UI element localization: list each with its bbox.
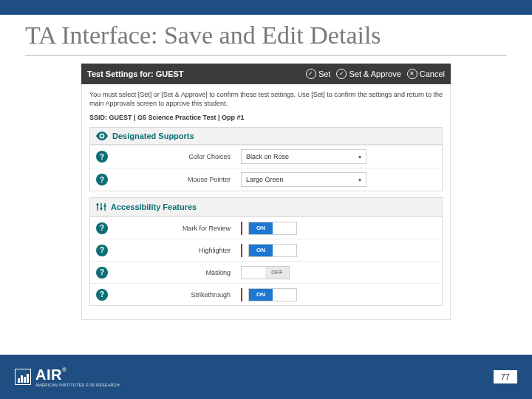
row-label: Mark for Review [115,225,241,232]
designated-heading: Designated Supports [112,132,194,140]
svg-rect-4 [97,204,99,205]
svg-point-0 [100,135,103,138]
panel-title: Test Settings for: GUEST [87,69,306,78]
accessibility-features-section: Accessibility Features ? Mark for Review… [89,197,443,306]
designated-supports-section: Designated Supports ? Color Choices Blac… [89,127,443,191]
check-icon: ✓ [306,69,316,79]
help-icon[interactable]: ? [96,267,108,279]
slide: TA Interface: Save and Edit Details Test… [0,0,532,399]
page-number: 77 [494,370,517,383]
help-icon[interactable]: ? [96,289,108,301]
chevron-down-icon: ▾ [358,177,361,183]
set-approve-button[interactable]: ✓ Set & Approve [336,69,400,79]
help-icon[interactable]: ? [96,222,108,234]
row-strikethrough: ? Strikethrough ON [90,283,442,305]
set-button[interactable]: ✓ Set [306,69,331,79]
instructions-text: You must select [Set] or [Set & Approve]… [89,90,443,108]
logo-mark-icon [15,369,31,385]
logo-trademark: ® [62,366,66,373]
accessibility-features-header: Accessibility Features [90,198,442,216]
masking-toggle[interactable]: OFF [241,266,290,279]
row-color-choices: ? Color Choices Black on Rose ▾ [90,145,442,168]
set-approve-label: Set & Approve [349,69,400,78]
row-masking: ? Masking OFF [90,261,442,283]
panel-header: Test Settings for: GUEST ✓ Set ✓ Set & A… [81,64,451,84]
toggle-blank [273,222,296,234]
dropdown-value: Large Green [246,176,284,183]
cancel-label: Cancel [420,69,445,78]
cancel-button[interactable]: ✕ Cancel [407,69,445,79]
eye-icon [96,132,108,140]
row-mouse-pointer: ? Mouse Pointer Large Green ▾ [90,168,442,191]
row-label: Highlighter [115,247,241,254]
logo-text: AIR [35,366,62,383]
check-icon: ✓ [336,69,347,79]
divider-icon [241,244,242,257]
svg-rect-6 [104,205,106,207]
highlighter-toggle[interactable]: ON [248,244,297,257]
chevron-down-icon: ▾ [358,154,361,160]
sliders-icon [96,202,106,212]
row-mark-for-review: ? Mark for Review ON [90,216,442,239]
panel-body: You must select [Set] or [Set & Approve]… [81,84,451,320]
designated-supports-header: Designated Supports [90,128,442,145]
help-icon[interactable]: ? [96,174,108,185]
set-label: Set [318,69,331,78]
row-label: Strikethrough [115,291,241,299]
row-label: Color Choices [115,153,241,160]
mouse-pointer-dropdown[interactable]: Large Green ▾ [241,172,366,187]
toggle-blank [242,267,265,279]
air-logo: AIR® AMERICAN INSTITUTES FOR RESEARCH [15,367,120,387]
toggle-on: ON [249,222,273,234]
row-label: Mouse Pointer [115,176,241,183]
toggle-blank [273,289,296,301]
color-choices-dropdown[interactable]: Black on Rose ▾ [241,149,366,164]
dropdown-value: Black on Rose [246,153,289,160]
row-label: Masking [115,269,241,276]
footer: AIR® AMERICAN INSTITUTES FOR RESEARCH 77 [0,355,532,399]
close-icon: ✕ [407,69,417,79]
strikethrough-toggle[interactable]: ON [248,288,297,301]
divider-icon [241,222,242,235]
toggle-off: OFF [265,267,289,279]
logo-subtext: AMERICAN INSTITUTES FOR RESEARCH [35,383,120,387]
settings-panel: Test Settings for: GUEST ✓ Set ✓ Set & A… [81,64,451,320]
title-separator [25,55,507,56]
panel-actions: ✓ Set ✓ Set & Approve ✕ Cancel [306,69,445,79]
slide-title: TA Interface: Save and Edit Details [0,15,532,54]
toggle-on: ON [249,289,273,301]
accessibility-heading: Accessibility Features [111,202,197,211]
top-bar [0,0,532,15]
ssid-line: SSID: GUEST | G5 Science Practice Test |… [89,114,443,121]
toggle-blank [273,245,296,256]
toggle-on: ON [249,245,273,256]
row-highlighter: ? Highlighter ON [90,239,442,261]
svg-rect-5 [100,208,103,209]
help-icon[interactable]: ? [96,151,108,163]
divider-icon [241,288,242,301]
mark-for-review-toggle[interactable]: ON [248,222,297,235]
help-icon[interactable]: ? [96,245,108,256]
